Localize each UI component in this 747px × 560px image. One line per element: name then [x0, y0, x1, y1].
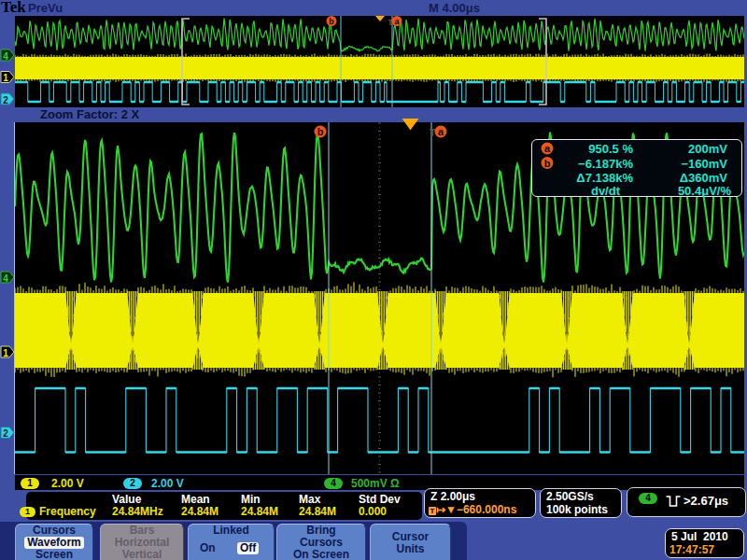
svg-text:1: 1 [3, 73, 8, 83]
svg-text:2: 2 [3, 95, 8, 105]
svg-text:b: b [317, 126, 324, 137]
svg-text:4: 4 [3, 51, 8, 62]
svg-text:dv/dt: dv/dt [591, 184, 621, 197]
svg-text:b: b [329, 17, 334, 26]
svg-text:1: 1 [3, 348, 8, 358]
svg-text:a: a [544, 143, 551, 154]
svg-text:4: 4 [3, 273, 8, 284]
svg-text:Δ360mV: Δ360mV [680, 171, 728, 185]
svg-text:200mV: 200mV [688, 142, 727, 156]
svg-text:−6.187k%: −6.187k% [578, 157, 633, 171]
svg-text:2: 2 [3, 428, 8, 439]
svg-text:−160mV: −160mV [681, 157, 727, 171]
svg-text:Δ7.138k%: Δ7.138k% [576, 171, 633, 185]
svg-text:50.4μV/%: 50.4μV/% [678, 184, 732, 197]
svg-text:b: b [544, 158, 551, 169]
svg-text:a: a [438, 126, 444, 137]
svg-text:950.5 %: 950.5 % [588, 142, 633, 156]
